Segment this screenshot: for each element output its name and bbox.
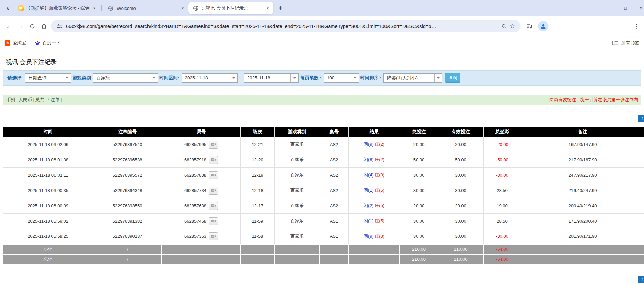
minimize-button[interactable]: —: [602, 0, 617, 16]
total-valid-bet: 210.00: [438, 254, 483, 264]
cell-table-no: AS2: [320, 168, 348, 183]
bookmark-label: 爱淘宝: [13, 40, 26, 46]
cell-payout: -20.00: [483, 137, 521, 152]
query-type-select[interactable]: 日期查询: [25, 73, 71, 83]
search-button[interactable]: 查询: [445, 73, 460, 83]
bookmark-baidu[interactable]: 百度一下: [35, 40, 60, 46]
currency-summary: 币别 : 人民币 | 总共 :7 注单 |: [6, 97, 62, 103]
sort-label: 时间排序 :: [360, 75, 381, 81]
result-player: 闲(8): [364, 157, 374, 162]
forward-button[interactable]: →: [15, 20, 27, 32]
date-range-label: 时间区间:: [159, 75, 179, 81]
url-text[interactable]: 66cxkj98.com/game/betrecord_search/kind3…: [66, 24, 497, 29]
folder-icon: [612, 40, 618, 45]
all-bookmarks-button[interactable]: 所有书签: [612, 40, 639, 46]
close-icon: ×: [640, 6, 642, 11]
forum-favicon-icon: [18, 5, 24, 11]
video-icon: [211, 158, 216, 162]
cell-valid-bet: 30.00: [438, 183, 483, 198]
col-result: 结果: [348, 127, 400, 137]
result-banker: 庄(5): [375, 218, 384, 223]
chevron-down-icon[interactable]: [63, 74, 71, 82]
chevron-down-icon[interactable]: [150, 74, 158, 82]
close-icon[interactable]: ×: [265, 5, 271, 11]
cell-session: 12-19: [240, 168, 274, 183]
tab-welcome[interactable]: Welcome ×: [103, 2, 188, 14]
game-type-value: 百家乐: [93, 74, 150, 82]
tab-search-button[interactable]: ∨: [3, 3, 13, 13]
profile-avatar[interactable]: [538, 21, 548, 31]
minimize-icon: —: [608, 6, 612, 11]
cell-remark: 247.90/217.90: [521, 168, 644, 183]
close-window-button[interactable]: ×: [633, 0, 644, 16]
new-tab-button[interactable]: +: [276, 3, 285, 13]
cell-total-bet[interactable]: 20.00: [400, 137, 438, 152]
sort-select[interactable]: 降幂(由大到小): [383, 73, 442, 83]
video-replay-button[interactable]: [209, 217, 218, 225]
back-button[interactable]: ←: [3, 20, 15, 32]
result-player: 闲(2): [364, 203, 374, 208]
zoom-page-icon[interactable]: [500, 22, 508, 30]
cell-total-bet[interactable]: 30.00: [400, 183, 438, 198]
chevron-down-icon[interactable]: [230, 74, 237, 82]
chevron-down-icon[interactable]: [434, 74, 442, 82]
game-type-select[interactable]: 百家乐: [93, 73, 158, 83]
forward-icon: →: [18, 22, 24, 30]
col-time: 时间: [3, 127, 93, 137]
close-icon[interactable]: ×: [91, 5, 97, 11]
media-controls-icon[interactable]: [525, 22, 533, 30]
round-number: 662857734: [184, 188, 206, 193]
video-replay-button[interactable]: [209, 202, 218, 210]
cell-total-bet[interactable]: 30.00: [400, 229, 438, 244]
page-title: 视讯 会员下注纪录: [6, 58, 644, 65]
page-1-button[interactable]: 1: [638, 276, 644, 283]
cell-table-no: AS2: [320, 137, 348, 152]
chevron-down-icon[interactable]: [290, 74, 298, 82]
round-number: 662857638: [184, 203, 206, 209]
video-replay-button[interactable]: [209, 171, 218, 179]
home-button[interactable]: [38, 20, 50, 32]
bookmarks-bar: 淘 爱淘宝 百度一下 所有书签: [0, 36, 644, 50]
table-row: 2025-11-18 06:00:35522976394348662857734…: [3, 183, 644, 198]
col-remark: 备注: [521, 127, 644, 137]
subtotal-valid-bet: 210.00: [438, 244, 483, 254]
browser-menu-button[interactable]: ⋮: [633, 22, 641, 30]
close-icon[interactable]: ×: [179, 5, 186, 11]
bookmark-taobao[interactable]: 淘 爱淘宝: [5, 40, 26, 46]
date-end-select[interactable]: 2025-11-18: [244, 73, 299, 83]
cell-session: 12-17: [240, 198, 274, 214]
cell-total-bet[interactable]: 30.00: [400, 214, 438, 229]
page-1-button[interactable]: 1: [638, 115, 644, 122]
site-settings-icon[interactable]: [55, 22, 63, 30]
page-size-select[interactable]: 100: [324, 73, 359, 83]
all-bookmarks-label: 所有书签: [621, 40, 639, 46]
maximize-button[interactable]: □: [617, 0, 633, 16]
taobao-icon: 淘: [5, 40, 10, 46]
chevron-down-icon[interactable]: [351, 74, 359, 82]
url-bar[interactable]: 66cxkj98.com/game/betrecord_search/kind3…: [51, 20, 520, 32]
video-replay-button[interactable]: [209, 141, 218, 149]
tab-bet-records[interactable]: :::视讯 会员下注纪录::: ×: [188, 2, 273, 14]
cell-remark: 167.90/147.90: [521, 137, 644, 152]
video-replay-button[interactable]: [209, 232, 218, 240]
date-start-select[interactable]: 2025-11-18: [182, 73, 238, 83]
tab-forum[interactable]: 【新提醒】海燕策略论坛 - 综合 ×: [15, 2, 100, 14]
cell-result: 闲(1) 庄(5): [348, 214, 400, 229]
cell-game-type: 百家乐: [274, 152, 320, 168]
cell-total-bet[interactable]: 50.00: [400, 152, 438, 168]
reload-button[interactable]: [27, 20, 38, 32]
table-row: 2025-11-18 05:58:25522976390137662857363…: [3, 229, 644, 244]
video-replay-button[interactable]: [209, 156, 218, 164]
tilde-separator: ~: [239, 75, 242, 80]
cell-remark: 217.90/167.90: [521, 152, 644, 168]
total-count: 7: [93, 254, 162, 264]
filter-bar: 请选择: 日期查询 游戏类别 百家乐 时间区间: 2025-11-18 ~ 20…: [3, 70, 641, 86]
cell-time: 2025-11-18 05:58:25: [3, 229, 93, 244]
pagination-top: 1: [0, 115, 644, 122]
cell-total-bet[interactable]: 30.00: [400, 168, 438, 183]
video-replay-button[interactable]: [209, 187, 218, 195]
pagination-bottom: 1: [0, 276, 644, 283]
game-type-label: 游戏类别: [73, 75, 91, 81]
cell-total-bet[interactable]: 20.00: [400, 198, 438, 214]
bookmark-star-icon[interactable]: ☆: [508, 22, 516, 30]
